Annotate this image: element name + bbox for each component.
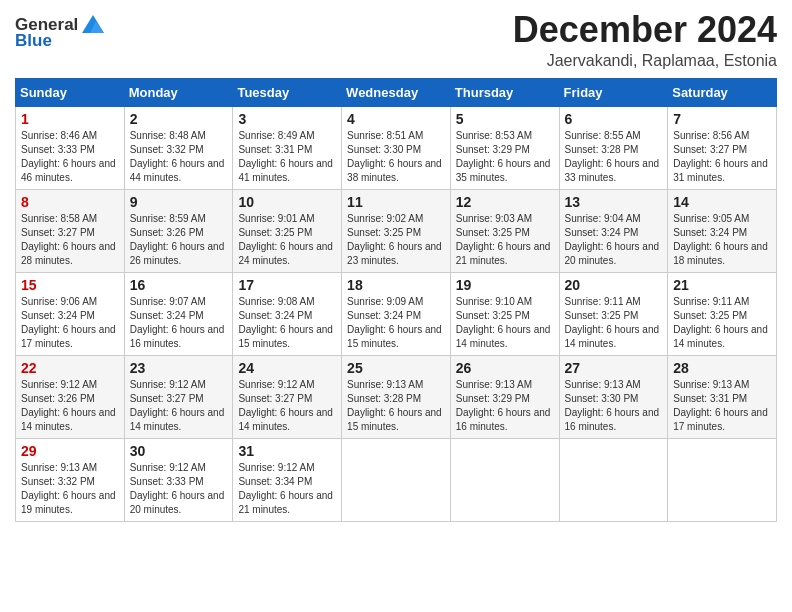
location-subtitle: Jaervakandi, Raplamaa, Estonia bbox=[513, 52, 777, 70]
day-number: 3 bbox=[238, 111, 336, 127]
calendar-header-row: Sunday Monday Tuesday Wednesday Thursday… bbox=[16, 78, 777, 106]
table-row: 4Sunrise: 8:51 AMSunset: 3:30 PMDaylight… bbox=[342, 106, 451, 189]
table-row: 5Sunrise: 8:53 AMSunset: 3:29 PMDaylight… bbox=[450, 106, 559, 189]
day-info: Sunrise: 9:12 AMSunset: 3:27 PMDaylight:… bbox=[238, 378, 336, 434]
day-number: 15 bbox=[21, 277, 119, 293]
table-row bbox=[342, 438, 451, 521]
day-info: Sunrise: 8:46 AMSunset: 3:33 PMDaylight:… bbox=[21, 129, 119, 185]
day-number: 13 bbox=[565, 194, 663, 210]
day-number: 12 bbox=[456, 194, 554, 210]
table-row: 9Sunrise: 8:59 AMSunset: 3:26 PMDaylight… bbox=[124, 189, 233, 272]
day-info: Sunrise: 8:58 AMSunset: 3:27 PMDaylight:… bbox=[21, 212, 119, 268]
day-number: 2 bbox=[130, 111, 228, 127]
day-number: 23 bbox=[130, 360, 228, 376]
table-row: 14Sunrise: 9:05 AMSunset: 3:24 PMDayligh… bbox=[668, 189, 777, 272]
table-row: 21Sunrise: 9:11 AMSunset: 3:25 PMDayligh… bbox=[668, 272, 777, 355]
table-row: 7Sunrise: 8:56 AMSunset: 3:27 PMDaylight… bbox=[668, 106, 777, 189]
logo-blue-text: Blue bbox=[15, 31, 52, 51]
table-row: 27Sunrise: 9:13 AMSunset: 3:30 PMDayligh… bbox=[559, 355, 668, 438]
day-info: Sunrise: 9:05 AMSunset: 3:24 PMDaylight:… bbox=[673, 212, 771, 268]
title-area: December 2024 Jaervakandi, Raplamaa, Est… bbox=[513, 10, 777, 70]
month-title: December 2024 bbox=[513, 10, 777, 50]
table-row: 11Sunrise: 9:02 AMSunset: 3:25 PMDayligh… bbox=[342, 189, 451, 272]
table-row: 29Sunrise: 9:13 AMSunset: 3:32 PMDayligh… bbox=[16, 438, 125, 521]
day-info: Sunrise: 9:04 AMSunset: 3:24 PMDaylight:… bbox=[565, 212, 663, 268]
table-row: 8Sunrise: 8:58 AMSunset: 3:27 PMDaylight… bbox=[16, 189, 125, 272]
day-number: 28 bbox=[673, 360, 771, 376]
header-tuesday: Tuesday bbox=[233, 78, 342, 106]
table-row: 12Sunrise: 9:03 AMSunset: 3:25 PMDayligh… bbox=[450, 189, 559, 272]
table-row: 30Sunrise: 9:12 AMSunset: 3:33 PMDayligh… bbox=[124, 438, 233, 521]
day-number: 9 bbox=[130, 194, 228, 210]
day-info: Sunrise: 9:02 AMSunset: 3:25 PMDaylight:… bbox=[347, 212, 445, 268]
day-info: Sunrise: 8:56 AMSunset: 3:27 PMDaylight:… bbox=[673, 129, 771, 185]
day-number: 29 bbox=[21, 443, 119, 459]
day-info: Sunrise: 9:13 AMSunset: 3:28 PMDaylight:… bbox=[347, 378, 445, 434]
table-row: 20Sunrise: 9:11 AMSunset: 3:25 PMDayligh… bbox=[559, 272, 668, 355]
day-number: 16 bbox=[130, 277, 228, 293]
table-row: 22Sunrise: 9:12 AMSunset: 3:26 PMDayligh… bbox=[16, 355, 125, 438]
day-number: 14 bbox=[673, 194, 771, 210]
day-info: Sunrise: 8:49 AMSunset: 3:31 PMDaylight:… bbox=[238, 129, 336, 185]
day-number: 21 bbox=[673, 277, 771, 293]
day-number: 6 bbox=[565, 111, 663, 127]
day-info: Sunrise: 9:12 AMSunset: 3:27 PMDaylight:… bbox=[130, 378, 228, 434]
table-row: 13Sunrise: 9:04 AMSunset: 3:24 PMDayligh… bbox=[559, 189, 668, 272]
calendar-week-2: 8Sunrise: 8:58 AMSunset: 3:27 PMDaylight… bbox=[16, 189, 777, 272]
day-info: Sunrise: 9:03 AMSunset: 3:25 PMDaylight:… bbox=[456, 212, 554, 268]
table-row: 28Sunrise: 9:13 AMSunset: 3:31 PMDayligh… bbox=[668, 355, 777, 438]
day-info: Sunrise: 8:53 AMSunset: 3:29 PMDaylight:… bbox=[456, 129, 554, 185]
day-info: Sunrise: 9:01 AMSunset: 3:25 PMDaylight:… bbox=[238, 212, 336, 268]
table-row: 24Sunrise: 9:12 AMSunset: 3:27 PMDayligh… bbox=[233, 355, 342, 438]
day-info: Sunrise: 9:09 AMSunset: 3:24 PMDaylight:… bbox=[347, 295, 445, 351]
header-thursday: Thursday bbox=[450, 78, 559, 106]
table-row bbox=[450, 438, 559, 521]
table-row: 26Sunrise: 9:13 AMSunset: 3:29 PMDayligh… bbox=[450, 355, 559, 438]
day-number: 18 bbox=[347, 277, 445, 293]
day-info: Sunrise: 8:59 AMSunset: 3:26 PMDaylight:… bbox=[130, 212, 228, 268]
table-row: 6Sunrise: 8:55 AMSunset: 3:28 PMDaylight… bbox=[559, 106, 668, 189]
table-row: 2Sunrise: 8:48 AMSunset: 3:32 PMDaylight… bbox=[124, 106, 233, 189]
day-number: 19 bbox=[456, 277, 554, 293]
calendar-week-4: 22Sunrise: 9:12 AMSunset: 3:26 PMDayligh… bbox=[16, 355, 777, 438]
day-info: Sunrise: 9:08 AMSunset: 3:24 PMDaylight:… bbox=[238, 295, 336, 351]
day-number: 25 bbox=[347, 360, 445, 376]
day-info: Sunrise: 9:06 AMSunset: 3:24 PMDaylight:… bbox=[21, 295, 119, 351]
day-number: 5 bbox=[456, 111, 554, 127]
day-info: Sunrise: 8:51 AMSunset: 3:30 PMDaylight:… bbox=[347, 129, 445, 185]
header: General Blue December 2024 Jaervakandi, … bbox=[15, 10, 777, 70]
calendar-week-3: 15Sunrise: 9:06 AMSunset: 3:24 PMDayligh… bbox=[16, 272, 777, 355]
header-friday: Friday bbox=[559, 78, 668, 106]
day-number: 4 bbox=[347, 111, 445, 127]
table-row: 3Sunrise: 8:49 AMSunset: 3:31 PMDaylight… bbox=[233, 106, 342, 189]
day-number: 17 bbox=[238, 277, 336, 293]
day-number: 7 bbox=[673, 111, 771, 127]
day-info: Sunrise: 9:10 AMSunset: 3:25 PMDaylight:… bbox=[456, 295, 554, 351]
table-row: 19Sunrise: 9:10 AMSunset: 3:25 PMDayligh… bbox=[450, 272, 559, 355]
logo-bird-icon bbox=[82, 15, 104, 33]
day-info: Sunrise: 9:12 AMSunset: 3:33 PMDaylight:… bbox=[130, 461, 228, 517]
day-info: Sunrise: 9:07 AMSunset: 3:24 PMDaylight:… bbox=[130, 295, 228, 351]
day-info: Sunrise: 9:13 AMSunset: 3:32 PMDaylight:… bbox=[21, 461, 119, 517]
day-number: 31 bbox=[238, 443, 336, 459]
day-number: 1 bbox=[21, 111, 119, 127]
table-row: 18Sunrise: 9:09 AMSunset: 3:24 PMDayligh… bbox=[342, 272, 451, 355]
day-info: Sunrise: 9:13 AMSunset: 3:29 PMDaylight:… bbox=[456, 378, 554, 434]
table-row: 1Sunrise: 8:46 AMSunset: 3:33 PMDaylight… bbox=[16, 106, 125, 189]
calendar-week-1: 1Sunrise: 8:46 AMSunset: 3:33 PMDaylight… bbox=[16, 106, 777, 189]
day-info: Sunrise: 9:12 AMSunset: 3:26 PMDaylight:… bbox=[21, 378, 119, 434]
table-row bbox=[668, 438, 777, 521]
table-row: 15Sunrise: 9:06 AMSunset: 3:24 PMDayligh… bbox=[16, 272, 125, 355]
day-info: Sunrise: 9:11 AMSunset: 3:25 PMDaylight:… bbox=[565, 295, 663, 351]
day-info: Sunrise: 9:13 AMSunset: 3:31 PMDaylight:… bbox=[673, 378, 771, 434]
day-number: 27 bbox=[565, 360, 663, 376]
calendar-table: Sunday Monday Tuesday Wednesday Thursday… bbox=[15, 78, 777, 522]
day-number: 24 bbox=[238, 360, 336, 376]
header-sunday: Sunday bbox=[16, 78, 125, 106]
day-number: 10 bbox=[238, 194, 336, 210]
header-saturday: Saturday bbox=[668, 78, 777, 106]
table-row: 23Sunrise: 9:12 AMSunset: 3:27 PMDayligh… bbox=[124, 355, 233, 438]
logo: General Blue bbox=[15, 10, 104, 51]
day-info: Sunrise: 9:11 AMSunset: 3:25 PMDaylight:… bbox=[673, 295, 771, 351]
table-row: 25Sunrise: 9:13 AMSunset: 3:28 PMDayligh… bbox=[342, 355, 451, 438]
